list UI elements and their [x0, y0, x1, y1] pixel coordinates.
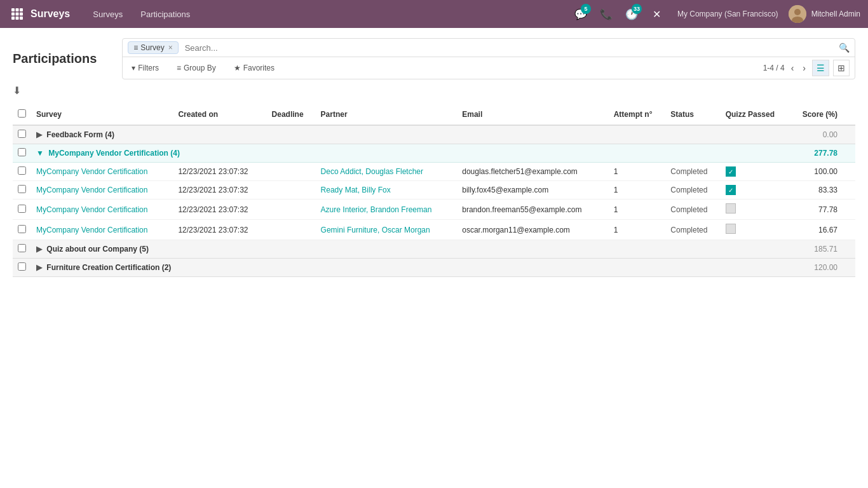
svg-rect-4: [16, 13, 19, 16]
svg-rect-7: [16, 17, 19, 20]
row-survey[interactable]: MyCompany Vendor Certification: [31, 220, 173, 240]
row-checkbox[interactable]: [18, 225, 26, 233]
group-checkbox[interactable]: [18, 130, 26, 138]
favorites-label: Favorites: [243, 64, 275, 72]
row-checkbox[interactable]: [18, 205, 26, 213]
groupby-btn[interactable]: ≡ Group By: [173, 62, 220, 74]
row-partner[interactable]: Gemini Furniture, Oscar Morgan: [316, 220, 458, 240]
group-extra: [843, 125, 855, 144]
nav-participations[interactable]: Participations: [133, 7, 198, 22]
search-icon[interactable]: 🔍: [839, 43, 850, 53]
filters-btn[interactable]: ▾ Filters: [128, 62, 163, 74]
group-row: ▶ Feedback Form (4) 0.00: [13, 125, 855, 144]
nav-surveys[interactable]: Surveys: [85, 7, 130, 22]
row-checkbox-cell[interactable]: [13, 181, 31, 200]
group-toggle-icon[interactable]: ▶: [36, 245, 42, 254]
col-partner[interactable]: Partner: [316, 104, 458, 125]
col-status[interactable]: Status: [665, 104, 720, 125]
apps-menu-icon[interactable]: [8, 4, 27, 24]
table-header-row: Survey Created on Deadline Partner Email…: [13, 104, 855, 125]
favorites-icon: ★: [234, 64, 241, 72]
table-row: MyCompany Vendor Certification 12/23/202…: [13, 220, 855, 240]
svg-rect-6: [11, 17, 15, 20]
row-attempt: 1: [609, 200, 666, 220]
select-all-checkbox[interactable]: [18, 109, 26, 118]
col-survey[interactable]: Survey: [31, 104, 173, 125]
svg-point-10: [794, 9, 801, 15]
row-survey[interactable]: MyCompany Vendor Certification: [31, 200, 173, 220]
quiz-check-icon: ✓: [726, 185, 736, 195]
group-toggle-icon[interactable]: ▼: [36, 149, 44, 158]
filter-tag-close[interactable]: ×: [168, 43, 173, 52]
favorites-btn[interactable]: ★ Favorites: [230, 62, 278, 74]
group-label[interactable]: ▼ MyCompany Vendor Certification (4) 277…: [31, 144, 843, 163]
row-partner[interactable]: Azure Interior, Brandon Freeman: [316, 200, 458, 220]
row-actions: [843, 181, 855, 200]
group-label[interactable]: ▶ Feedback Form (4) 0.00: [31, 125, 843, 144]
quiz-check-icon: ✓: [726, 166, 736, 177]
row-created-on: 12/23/2021 23:07:32: [173, 163, 266, 181]
phone-icon-btn[interactable]: 📞: [596, 4, 616, 24]
group-checkbox[interactable]: [18, 244, 26, 252]
group-checkbox[interactable]: [18, 262, 26, 271]
quiz-uncheck-icon: [726, 203, 736, 214]
col-created-on[interactable]: Created on: [173, 104, 266, 125]
view-list-btn[interactable]: ☰: [812, 60, 829, 76]
row-status: Completed: [665, 181, 720, 200]
search-input[interactable]: [182, 42, 835, 54]
filter-icon: ≡: [133, 43, 138, 52]
col-attempt[interactable]: Attempt n°: [609, 104, 666, 125]
row-quiz-passed: ✓: [721, 163, 790, 181]
app-title[interactable]: Surveys: [31, 8, 70, 20]
row-checkbox[interactable]: [18, 185, 26, 193]
row-checkbox[interactable]: [18, 166, 26, 175]
chat-icon-btn[interactable]: 💬 5: [571, 4, 591, 24]
row-quiz-passed: [721, 220, 790, 240]
row-partner[interactable]: Deco Addict, Douglas Fletcher: [316, 163, 458, 181]
svg-rect-2: [20, 8, 23, 11]
row-score: 16.67: [790, 220, 843, 240]
col-email[interactable]: Email: [457, 104, 608, 125]
row-checkbox-cell[interactable]: [13, 163, 31, 181]
group-label[interactable]: ▶ Quiz about our Company (5) 185.71: [31, 240, 843, 259]
row-quiz-passed: [721, 200, 790, 220]
row-checkbox-cell[interactable]: [13, 220, 31, 240]
group-toggle-icon[interactable]: ▶: [36, 130, 42, 139]
row-survey[interactable]: MyCompany Vendor Certification: [31, 181, 173, 200]
col-score[interactable]: Score (%): [790, 104, 843, 125]
row-score: 77.78: [790, 200, 843, 220]
download-btn[interactable]: ⬇: [13, 85, 21, 97]
filter-tag-survey: ≡ Survey ×: [128, 41, 178, 54]
group-toggle-icon[interactable]: ▶: [36, 263, 42, 272]
pagination-next[interactable]: ›: [800, 62, 808, 74]
user-avatar[interactable]: [789, 5, 806, 23]
phone-icon: 📞: [600, 8, 613, 20]
row-email: brandon.freeman55@example.com: [457, 200, 608, 220]
view-grid-btn[interactable]: ⊞: [833, 60, 850, 76]
filter-tag-label: Survey: [140, 43, 164, 52]
top-navigation: Surveys Surveys Participations 💬 5 📞 🕐 3…: [0, 0, 868, 28]
activity-badge: 33: [632, 4, 642, 14]
row-deadline: [267, 163, 316, 181]
row-partner[interactable]: Ready Mat, Billy Fox: [316, 181, 458, 200]
company-label: My Company (San Francisco): [677, 10, 778, 18]
row-deadline: [267, 200, 316, 220]
quiz-uncheck-icon: [726, 224, 736, 234]
table-row: MyCompany Vendor Certification 12/23/202…: [13, 181, 855, 200]
row-survey[interactable]: MyCompany Vendor Certification: [31, 163, 173, 181]
close-icon-btn[interactable]: ✕: [647, 4, 667, 24]
group-checkbox[interactable]: [18, 148, 26, 156]
row-created-on: 12/23/2021 23:07:32: [173, 200, 266, 220]
chat-badge: 5: [581, 4, 591, 14]
nav-links: Surveys Participations: [85, 7, 571, 22]
col-deadline[interactable]: Deadline: [267, 104, 316, 125]
row-email: billy.fox45@example.com: [457, 181, 608, 200]
row-attempt: 1: [609, 220, 666, 240]
row-checkbox-cell[interactable]: [13, 200, 31, 220]
pagination-prev[interactable]: ‹: [789, 62, 797, 74]
col-quiz-passed[interactable]: Quizz Passed: [721, 104, 790, 125]
search-row: ≡ Survey × 🔍: [123, 39, 855, 57]
activity-icon-btn[interactable]: 🕐 33: [621, 4, 642, 24]
select-all-header[interactable]: [13, 104, 31, 125]
group-label[interactable]: ▶ Furniture Creation Certification (2) 1…: [31, 259, 843, 277]
